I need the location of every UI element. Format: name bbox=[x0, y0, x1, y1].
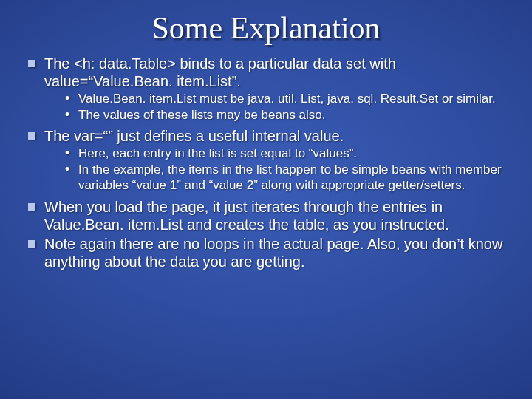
sub-item: The values of these lists may be beans a… bbox=[65, 108, 507, 123]
sub-item: Value.Bean. item.List must be java. util… bbox=[65, 92, 507, 107]
sub-list: Value.Bean. item.List must be java. util… bbox=[44, 92, 507, 123]
list-item: Note again there are no loops in the act… bbox=[25, 235, 507, 270]
sub-item: In the example, the items in the list ha… bbox=[65, 163, 507, 193]
slide-title: Some Explanation bbox=[22, 10, 510, 46]
bullet-text: The <h: data.Table> binds to a particula… bbox=[44, 55, 396, 89]
slide: Some Explanation The <h: data.Table> bin… bbox=[0, 0, 532, 399]
sub-list: Here, each entry in the list is set equa… bbox=[44, 146, 507, 193]
sub-item: Here, each entry in the list is set equa… bbox=[65, 146, 507, 162]
list-item: The <h: data.Table> binds to a particula… bbox=[25, 55, 507, 123]
bullet-text: The var=“” just defines a useful interna… bbox=[44, 128, 344, 144]
bullet-text: When you load the page, it just iterates… bbox=[44, 199, 449, 233]
bullet-list: The <h: data.Table> binds to a particula… bbox=[22, 55, 510, 270]
bullet-text: Note again there are no loops in the act… bbox=[44, 236, 502, 270]
list-item: The var=“” just defines a useful interna… bbox=[25, 127, 507, 193]
list-item: When you load the page, it just iterates… bbox=[25, 198, 507, 233]
